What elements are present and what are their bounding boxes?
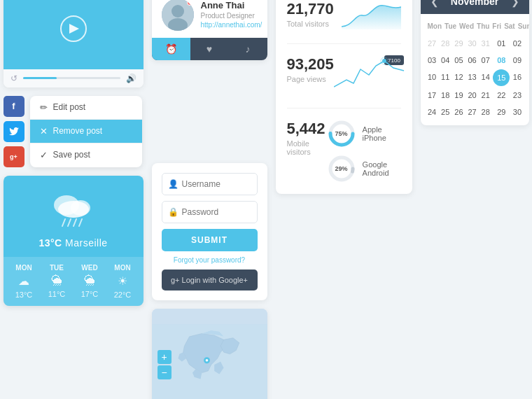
calendar-day[interactable]: 27 bbox=[466, 104, 478, 120]
visitors-info: 21,770 Total visitors bbox=[287, 0, 334, 28]
zoom-in-button[interactable]: + bbox=[158, 350, 172, 364]
progress-bar[interactable] bbox=[23, 77, 120, 79]
calendar-day[interactable]: 11 bbox=[440, 69, 451, 86]
clock-icon: ⏰ bbox=[165, 43, 177, 55]
day-icon-4: ☀ bbox=[118, 274, 127, 288]
mobile-label: Mobile visitors bbox=[287, 139, 328, 156]
col-thu: Thu bbox=[475, 20, 491, 33]
prev-month-button[interactable]: ❮ bbox=[430, 0, 439, 7]
calendar-day[interactable]: 26 bbox=[453, 104, 465, 120]
calendar-day[interactable]: 15 bbox=[493, 69, 510, 86]
google-login-button[interactable]: g+ Login with Google+ bbox=[162, 270, 258, 290]
edit-post-item[interactable]: ✏ Edit post bbox=[30, 96, 142, 120]
col-sat: Sat bbox=[503, 20, 517, 33]
pageviews-block: 93,205 Page views 7100 bbox=[287, 55, 401, 97]
social-section: f g+ ✏ Edit post ✕ Remove post bbox=[4, 96, 144, 167]
calendar-day[interactable]: 31 bbox=[479, 36, 491, 51]
calendar-day[interactable]: 08 bbox=[493, 52, 510, 68]
city: Marseille bbox=[65, 237, 108, 248]
calendar-day[interactable]: 14 bbox=[479, 69, 491, 86]
device-charts: 75% Apple iPhone bbox=[328, 120, 401, 183]
calendar-day[interactable]: 30 bbox=[466, 36, 478, 51]
facebook-button[interactable]: f bbox=[4, 96, 24, 117]
col-mon: Mon bbox=[426, 20, 444, 33]
calendar-day[interactable]: 19 bbox=[453, 88, 465, 103]
zoom-out-button[interactable]: − bbox=[158, 365, 172, 379]
weather-card: 13°C Marseille MON ☁ 13°C TUE 🌦 11°C bbox=[4, 176, 144, 306]
avatar bbox=[162, 0, 194, 31]
calendar-day[interactable]: 03 bbox=[426, 52, 438, 68]
map-background: + − bbox=[152, 309, 267, 400]
weather-day-2: TUE 🌦 11°C bbox=[48, 264, 66, 299]
android-percent: 29% bbox=[335, 165, 348, 172]
calendar-day[interactable]: 07 bbox=[479, 52, 491, 68]
tab-heart[interactable]: ♥ bbox=[190, 38, 229, 60]
tab-music[interactable]: ♪ bbox=[229, 38, 267, 60]
calendar-day[interactable]: 09 bbox=[511, 52, 523, 68]
col-tue: Tue bbox=[443, 20, 458, 33]
save-icon: ✓ bbox=[40, 150, 48, 160]
calendar-day[interactable]: 28 bbox=[479, 104, 491, 120]
visitors-chart bbox=[342, 0, 401, 32]
calendar-day[interactable]: 04 bbox=[440, 52, 451, 68]
pageviews-label: Page views bbox=[287, 75, 334, 83]
rewind-icon[interactable]: ↺ bbox=[10, 74, 18, 83]
calendar-day[interactable]: 20 bbox=[466, 88, 478, 103]
calendar-day[interactable]: 22 bbox=[493, 88, 510, 103]
calendar-day[interactable]: 29 bbox=[453, 36, 465, 51]
day-temp-3: 17°C bbox=[81, 290, 99, 298]
calendar-day[interactable]: 24 bbox=[426, 104, 438, 120]
calendar-day[interactable]: 23 bbox=[511, 88, 523, 103]
context-menu: ✏ Edit post ✕ Remove post ✓ Save post bbox=[30, 96, 142, 167]
edit-icon: ✏ bbox=[40, 102, 48, 113]
volume-icon[interactable]: 🔊 bbox=[126, 74, 136, 83]
weather-info: 13°C Marseille bbox=[38, 237, 107, 248]
profile-header: Anne Thai Product Designer http://anneth… bbox=[152, 0, 267, 38]
save-post-item[interactable]: ✓ Save post bbox=[30, 144, 142, 167]
forgot-password-link[interactable]: Forgot your password? bbox=[162, 256, 258, 264]
calendar-day[interactable]: 01 bbox=[493, 36, 510, 51]
progress-fill bbox=[23, 77, 57, 79]
save-post-label: Save post bbox=[53, 150, 90, 160]
calendar-day-headers: Mon Tue Wed Thu Fri Sat Sun bbox=[426, 20, 524, 33]
android-label: Google Android bbox=[363, 160, 401, 177]
day-icon-1: ☁ bbox=[18, 274, 29, 288]
calendar-day[interactable]: 13 bbox=[466, 69, 478, 86]
calendar-day[interactable]: 05 bbox=[453, 52, 465, 68]
day-icon-2: 🌦 bbox=[51, 274, 62, 287]
calendar-day[interactable]: 18 bbox=[440, 88, 451, 103]
calendar-day[interactable]: 30 bbox=[511, 104, 523, 120]
svg-point-8 bbox=[172, 5, 184, 18]
calendar-day[interactable]: 12 bbox=[453, 69, 465, 86]
calendar-day[interactable]: 28 bbox=[440, 36, 451, 51]
calendar-day[interactable]: 29 bbox=[493, 104, 510, 120]
day-name-2: TUE bbox=[50, 264, 64, 272]
pageviews-chart: 7100 bbox=[334, 55, 411, 97]
play-button[interactable] bbox=[60, 15, 87, 42]
profile-url[interactable]: http://annethai.com/ bbox=[201, 21, 262, 29]
svg-point-2 bbox=[58, 201, 89, 218]
day-icon-3: 🌦 bbox=[84, 274, 95, 287]
tab-clock[interactable]: ⏰ bbox=[152, 38, 190, 60]
remove-post-item[interactable]: ✕ Remove post bbox=[30, 120, 142, 144]
calendar-day[interactable]: 02 bbox=[511, 36, 523, 51]
submit-button[interactable]: SUBMIT bbox=[162, 229, 258, 251]
remove-icon: ✕ bbox=[40, 126, 48, 136]
pageviews-number: 93,205 bbox=[287, 55, 334, 74]
divider-2 bbox=[287, 108, 401, 108]
calendar-day[interactable]: 10 bbox=[426, 69, 438, 86]
calendar-day[interactable]: 25 bbox=[440, 104, 451, 120]
calendar-day[interactable]: 27 bbox=[426, 36, 438, 51]
calendar-day[interactable]: 17 bbox=[426, 88, 438, 103]
calendar-header: ❮ November ❯ bbox=[421, 0, 529, 14]
twitter-button[interactable] bbox=[4, 121, 24, 142]
weather-forecast: MON ☁ 13°C TUE 🌦 11°C WED 🌦 17°C bbox=[4, 257, 144, 306]
calendar-day[interactable]: 06 bbox=[466, 52, 478, 68]
profile-card: Anne Thai Product Designer http://anneth… bbox=[152, 0, 267, 60]
googleplus-button[interactable]: g+ bbox=[4, 146, 24, 167]
calendar-day[interactable]: 16 bbox=[511, 69, 523, 86]
day-name-1: MON bbox=[15, 264, 31, 272]
next-month-button[interactable]: ❯ bbox=[511, 0, 519, 7]
calendar-day[interactable]: 21 bbox=[479, 88, 491, 103]
login-form: 👤 🔒 SUBMIT Forgot your password? g+ Logi… bbox=[152, 163, 267, 300]
